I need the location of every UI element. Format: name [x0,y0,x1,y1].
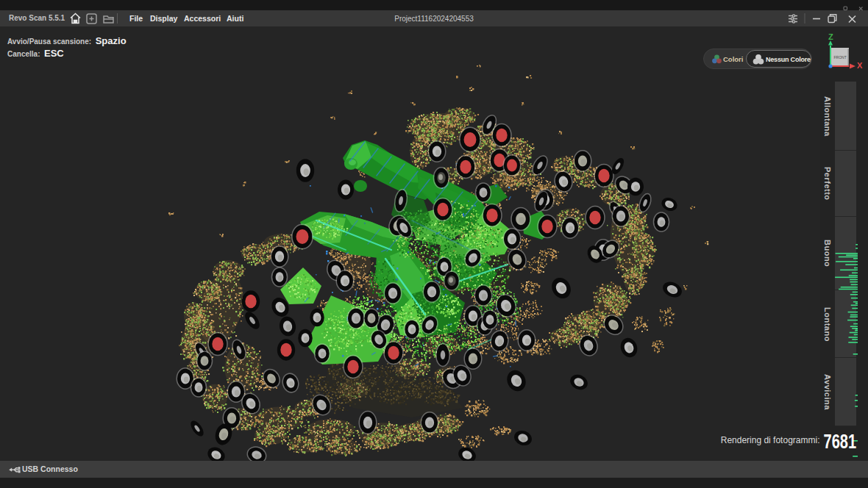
svg-text:FRONT: FRONT [834,55,847,60]
svg-text:Z: Z [828,32,833,41]
svg-text:X: X [857,61,863,70]
